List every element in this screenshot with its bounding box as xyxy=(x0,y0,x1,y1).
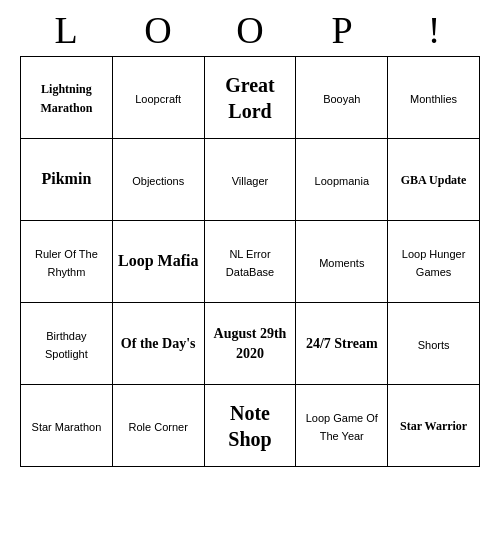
header-letter: O xyxy=(210,8,290,52)
cell-r4-c3: Loop Game Of The Year xyxy=(296,385,388,467)
cell-text: Loopmania xyxy=(315,175,369,187)
cell-r0-c0: Lightning Marathon xyxy=(21,57,113,139)
cell-r0-c4: Monthlies xyxy=(388,57,480,139)
cell-text: Pikmin xyxy=(42,170,92,187)
cell-text: Shorts xyxy=(418,339,450,351)
bingo-grid: Lightning MarathonLoopcraftGreat LordBoo… xyxy=(20,56,480,467)
cell-r2-c1: Loop Mafia xyxy=(112,221,204,303)
cell-r0-c2: Great Lord xyxy=(204,57,296,139)
cell-r3-c1: Of the Day's xyxy=(112,303,204,385)
cell-text: Loop Game Of The Year xyxy=(306,412,378,442)
cell-r4-c0: Star Marathon xyxy=(21,385,113,467)
cell-r2-c2: NL Error DataBase xyxy=(204,221,296,303)
cell-r2-c0: Ruler Of The Rhythm xyxy=(21,221,113,303)
cell-text: Villager xyxy=(232,175,269,187)
cell-r4-c4: Star Warrior xyxy=(388,385,480,467)
header-letter: O xyxy=(118,8,198,52)
cell-text: Loop Hunger Games xyxy=(402,248,466,278)
cell-text: GBA Update xyxy=(401,173,467,187)
cell-r3-c4: Shorts xyxy=(388,303,480,385)
header: LOOP! xyxy=(20,0,480,56)
cell-r4-c2: Note Shop xyxy=(204,385,296,467)
cell-text: Ruler Of The Rhythm xyxy=(35,248,98,278)
cell-text: Monthlies xyxy=(410,93,457,105)
cell-r1-c4: GBA Update xyxy=(388,139,480,221)
cell-text: August 29th 2020 xyxy=(214,326,287,360)
cell-text: Birthday Spotlight xyxy=(45,330,88,360)
cell-text: Lightning Marathon xyxy=(40,82,92,115)
cell-text: 24/7 Stream xyxy=(306,336,378,351)
cell-text: NL Error DataBase xyxy=(226,248,274,278)
cell-text: Loopcraft xyxy=(135,93,181,105)
header-letter: P xyxy=(302,8,382,52)
cell-r1-c0: Pikmin xyxy=(21,139,113,221)
cell-r1-c1: Objections xyxy=(112,139,204,221)
cell-text: Note Shop xyxy=(228,402,271,450)
cell-r3-c2: August 29th 2020 xyxy=(204,303,296,385)
cell-r3-c0: Birthday Spotlight xyxy=(21,303,113,385)
cell-text: Star Marathon xyxy=(32,421,102,433)
cell-text: Great Lord xyxy=(225,74,275,122)
cell-r0-c1: Loopcraft xyxy=(112,57,204,139)
header-letter: L xyxy=(26,8,106,52)
cell-text: Star Warrior xyxy=(400,419,467,433)
cell-text: Role Corner xyxy=(129,421,188,433)
cell-r2-c3: Moments xyxy=(296,221,388,303)
cell-text: Of the Day's xyxy=(121,336,196,351)
cell-r3-c3: 24/7 Stream xyxy=(296,303,388,385)
cell-text: Loop Mafia xyxy=(118,252,198,269)
cell-text: Booyah xyxy=(323,93,360,105)
cell-r1-c3: Loopmania xyxy=(296,139,388,221)
cell-r0-c3: Booyah xyxy=(296,57,388,139)
cell-r4-c1: Role Corner xyxy=(112,385,204,467)
cell-r1-c2: Villager xyxy=(204,139,296,221)
cell-text: Moments xyxy=(319,257,364,269)
cell-text: Objections xyxy=(132,175,184,187)
cell-r2-c4: Loop Hunger Games xyxy=(388,221,480,303)
header-letter: ! xyxy=(394,8,474,52)
